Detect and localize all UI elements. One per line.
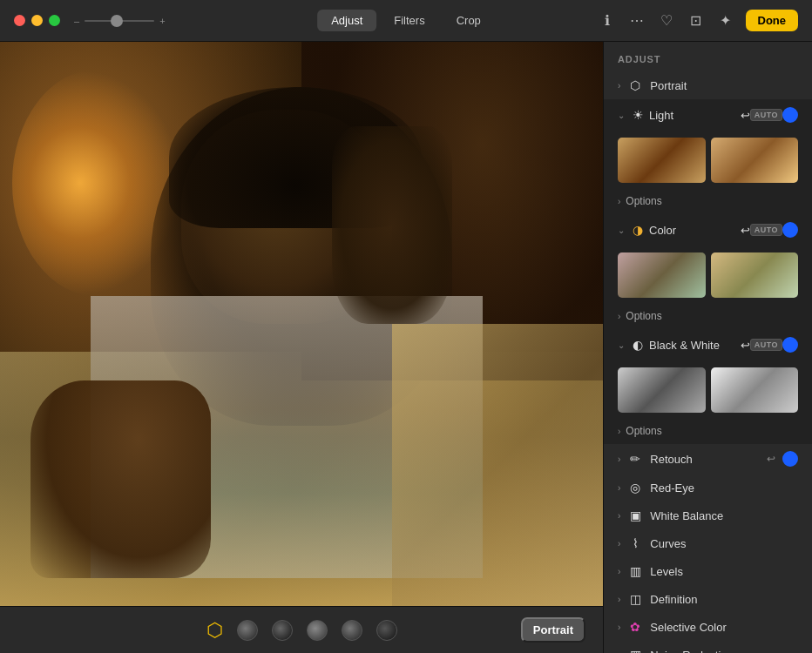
portrait-mode-icon[interactable]: ⬡ <box>206 619 223 642</box>
curves-label: Curves <box>650 537 798 550</box>
undo-icon[interactable]: ↩ <box>767 453 775 465</box>
selectivecolor-icon: ✿ <box>627 620 643 634</box>
filter-option-5[interactable] <box>376 620 397 641</box>
tab-filters[interactable]: Filters <box>380 10 438 31</box>
sidebar-item-bw[interactable]: ⌄ ◐ Black & White ↩ AUTO <box>604 329 812 360</box>
done-button[interactable]: Done <box>746 10 799 31</box>
bw-thumbnails <box>604 360 812 420</box>
sidebar-item-color[interactable]: ⌄ ◑ Color ↩ AUTO <box>604 214 812 246</box>
traffic-lights <box>14 15 60 26</box>
levels-icon: ▥ <box>627 564 643 578</box>
tab-group: Adjust Filters Crop <box>317 10 495 31</box>
titlebar: – + Adjust Filters Crop ℹ ⋯ ♡ ⊡ ✦ Done <box>0 0 812 42</box>
chevron-down-icon: ⌄ <box>618 340 625 350</box>
color-thumbnails <box>604 246 812 305</box>
light-toggle[interactable] <box>782 107 798 123</box>
retouch-icon: ✏ <box>627 452 643 466</box>
bw-toggle[interactable] <box>782 337 798 353</box>
chevron-right-icon: › <box>618 623 620 632</box>
minimize-button[interactable] <box>31 15 43 26</box>
color-icon: ◑ <box>630 223 646 237</box>
color-options[interactable]: › Options <box>604 305 812 329</box>
definition-icon: ◫ <box>627 592 643 606</box>
light-label: Light <box>649 109 741 122</box>
share-icon[interactable]: ✦ <box>716 11 735 30</box>
selectivecolor-label: Selective Color <box>650 621 798 634</box>
chevron-down-icon: ⌄ <box>618 226 625 235</box>
undo-icon[interactable]: ↩ <box>741 109 750 122</box>
sidebar-item-retouch[interactable]: › ✏ Retouch ↩ <box>604 444 812 474</box>
bw-section: ⌄ ◐ Black & White ↩ AUTO › Options <box>604 329 812 444</box>
light-section: ⌄ ☀ Light ↩ AUTO › Options <box>604 99 812 214</box>
color-thumb-1[interactable] <box>618 252 706 298</box>
info-icon[interactable]: ℹ <box>598 11 617 30</box>
photo-container <box>0 42 603 606</box>
sidebar-item-levels[interactable]: › ▥ Levels <box>604 557 812 585</box>
tab-crop[interactable]: Crop <box>443 10 495 31</box>
titlebar-actions: ℹ ⋯ ♡ ⊡ ✦ Done <box>598 10 799 31</box>
retouch-label: Retouch <box>650 453 760 466</box>
levels-label: Levels <box>650 565 798 578</box>
portrait-label: Portrait <box>650 79 798 92</box>
chevron-right-icon: › <box>618 197 620 206</box>
sidebar: ADJUST › ⬡ Portrait ⌄ ☀ Light ↩ AUTO › <box>603 42 812 653</box>
chevron-right-icon: › <box>618 567 620 576</box>
chevron-down-icon: ⌄ <box>618 111 625 120</box>
retouch-toggle[interactable] <box>782 451 798 467</box>
chevron-right-icon: › <box>618 427 620 436</box>
light-auto-badge[interactable]: AUTO <box>750 109 782 121</box>
bw-thumb-2[interactable] <box>711 367 799 413</box>
light-icon: ☀ <box>630 108 646 122</box>
redeye-label: Red-Eye <box>650 481 798 495</box>
portrait-badge[interactable]: Portrait <box>521 617 585 643</box>
sidebar-item-selectivecolor[interactable]: › ✿ Selective Color <box>604 613 812 641</box>
curves-icon: ⌇ <box>627 536 643 550</box>
bw-auto-badge[interactable]: AUTO <box>750 339 782 351</box>
bw-icon: ◐ <box>630 338 646 352</box>
color-label: Color <box>649 224 741 237</box>
light-thumb-1[interactable] <box>618 138 706 183</box>
noisereduction-label: Noise Reduction <box>650 649 798 654</box>
sidebar-item-light[interactable]: ⌄ ☀ Light ↩ AUTO <box>604 99 812 131</box>
sidebar-item-noisereduction[interactable]: › ▦ Noise Reduction <box>604 641 812 653</box>
bw-label: Black & White <box>649 339 741 352</box>
undo-icon[interactable]: ↩ <box>741 339 750 352</box>
favorite-icon[interactable]: ♡ <box>657 11 676 30</box>
sidebar-item-curves[interactable]: › ⌇ Curves <box>604 529 812 557</box>
options-label: Options <box>626 310 661 322</box>
color-toggle[interactable] <box>782 222 798 238</box>
filter-option-2[interactable] <box>272 620 293 641</box>
light-thumb-2[interactable] <box>711 138 799 183</box>
close-button[interactable] <box>14 15 25 26</box>
chevron-right-icon: › <box>618 595 620 604</box>
color-section: ⌄ ◑ Color ↩ AUTO › Options <box>604 214 812 329</box>
light-thumbnails <box>604 131 812 190</box>
brightness-slider[interactable]: – + <box>74 16 166 26</box>
bw-options[interactable]: › Options <box>604 420 812 444</box>
options-label: Options <box>626 195 661 207</box>
whitebalance-label: White Balance <box>650 509 798 522</box>
color-thumb-2[interactable] <box>711 252 799 298</box>
bw-thumb-1[interactable] <box>618 367 706 413</box>
redeye-icon: ◎ <box>627 481 643 495</box>
sidebar-item-redeye[interactable]: › ◎ Red-Eye <box>604 474 812 502</box>
chevron-right-icon: › <box>618 483 620 493</box>
whitebalance-icon: ▣ <box>627 508 643 522</box>
tab-adjust[interactable]: Adjust <box>317 10 376 31</box>
chevron-right-icon: › <box>618 312 620 321</box>
filter-option-1[interactable] <box>237 620 258 641</box>
main-content: ⬡ Portrait ADJUST › ⬡ Portrait ⌄ ☀ Light… <box>0 42 812 653</box>
chevron-right-icon: › <box>618 454 620 464</box>
undo-icon[interactable]: ↩ <box>741 224 750 237</box>
sidebar-item-portrait[interactable]: › ⬡ Portrait <box>604 71 812 99</box>
light-options[interactable]: › Options <box>604 190 812 214</box>
chevron-right-icon: › <box>618 539 620 549</box>
more-icon[interactable]: ⋯ <box>627 11 646 30</box>
filter-option-4[interactable] <box>342 620 362 641</box>
sidebar-item-definition[interactable]: › ◫ Definition <box>604 585 812 613</box>
color-auto-badge[interactable]: AUTO <box>750 224 782 236</box>
compare-icon[interactable]: ⊡ <box>687 11 706 30</box>
maximize-button[interactable] <box>49 15 60 26</box>
sidebar-item-whitebalance[interactable]: › ▣ White Balance <box>604 502 812 529</box>
filter-option-3[interactable] <box>307 620 328 641</box>
